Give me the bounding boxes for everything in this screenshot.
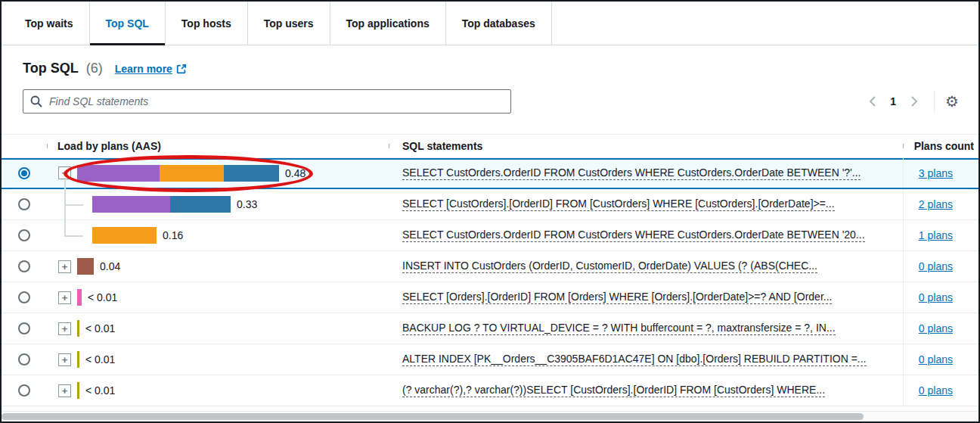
row-radio-selected[interactable] — [18, 167, 30, 179]
bar-segment-bar_orange — [92, 227, 157, 244]
sql-statement-link[interactable]: SELECT CustOrders.OrderID FROM CustOrder… — [402, 166, 861, 180]
tab-label: Top users — [264, 17, 314, 30]
table-header: Load by plans (AAS) SQL statements Plans… — [2, 134, 978, 158]
bar-segment-bar_blue — [170, 196, 231, 213]
tree-connector-child-2 — [64, 235, 83, 237]
tab-label: Top applications — [346, 17, 430, 30]
table-row[interactable]: +< 0.01SELECT [Orders].[OrderID] FROM [O… — [2, 282, 978, 313]
plans-count-link[interactable]: 0 plans — [919, 322, 953, 334]
load-value: < 0.01 — [85, 353, 115, 365]
sql-statement-link[interactable]: SELECT [Orders].[OrderID] FROM [Orders] … — [402, 291, 832, 304]
bar-segment-bar_pink — [77, 289, 82, 306]
column-header-load: Load by plans (AAS) — [47, 140, 389, 152]
load-value: < 0.01 — [85, 322, 115, 334]
page-title: Top SQL — [23, 61, 79, 76]
plans-count-link[interactable]: 2 plans — [919, 198, 953, 210]
table-row[interactable]: +< 0.01(? varchar(?),? varchar(?))SELECT… — [2, 375, 978, 406]
load-bar — [77, 382, 79, 399]
tab-top-users[interactable]: Top users — [248, 2, 330, 45]
sql-statement-link[interactable]: BACKUP LOG ? TO VIRTUAL_DEVICE = ? WITH … — [402, 322, 836, 335]
bar-segment-bar_purple — [77, 165, 160, 182]
row-radio[interactable] — [18, 291, 30, 303]
chevron-right-icon — [911, 96, 918, 107]
table-row[interactable]: −0.48SELECT CustOrders.OrderID FROM Cust… — [2, 158, 978, 189]
expand-toggle-icon[interactable]: + — [58, 291, 71, 304]
prev-page-button[interactable] — [863, 92, 881, 110]
pagination: 1 — [863, 91, 959, 112]
expand-toggle-icon[interactable]: + — [58, 353, 71, 366]
tab-top-hosts[interactable]: Top hosts — [166, 2, 248, 45]
sql-statement-link[interactable]: (? varchar(?),? varchar(?))SELECT [CustO… — [402, 384, 825, 397]
tab-top-sql[interactable]: Top SQL — [90, 2, 166, 45]
table-row[interactable]: 0.16SELECT CustOrders.OrderID FROM CustO… — [2, 220, 978, 251]
load-bar — [77, 289, 82, 306]
top-sql-panel: Top waits Top SQL Top hosts Top users To… — [0, 0, 980, 423]
load-bar — [92, 196, 231, 213]
plans-count-link[interactable]: 0 plans — [919, 384, 953, 397]
bar-segment-bar_olive — [77, 382, 79, 399]
table-row[interactable]: 0.33SELECT [CustOrders].[OrderID] FROM [… — [2, 189, 978, 220]
table-controls: 1 — [23, 89, 959, 114]
learn-more-label: Learn more — [115, 63, 172, 75]
load-bar — [77, 165, 279, 182]
search-box — [23, 89, 511, 114]
row-radio[interactable] — [18, 353, 30, 365]
plans-count-link[interactable]: 1 plans — [919, 229, 953, 241]
row-radio[interactable] — [18, 322, 30, 334]
load-bar — [77, 351, 79, 368]
tab-label: Top databases — [462, 17, 535, 30]
expand-toggle-icon[interactable]: + — [58, 260, 71, 273]
search-input[interactable] — [23, 89, 511, 114]
tab-top-databases[interactable]: Top databases — [446, 2, 552, 45]
top-sql-table: Load by plans (AAS) SQL statements Plans… — [2, 134, 978, 406]
tab-bar: Top waits Top SQL Top hosts Top users To… — [2, 2, 978, 45]
sql-statement-link[interactable]: INSERT INTO CustOrders (OrderID, Custome… — [402, 260, 817, 273]
bar-segment-bar_blue — [224, 165, 279, 182]
column-header-sql: SQL statements — [389, 140, 903, 152]
sql-statement-link[interactable]: ALTER INDEX [PK__Orders__C3905BAF6D1AC47… — [402, 353, 867, 366]
gear-icon[interactable] — [945, 94, 959, 109]
scrollbar-thumb[interactable] — [2, 413, 864, 420]
row-radio[interactable] — [18, 198, 30, 210]
load-value: < 0.01 — [88, 291, 117, 303]
load-bar — [92, 227, 157, 244]
table-row[interactable]: +< 0.01ALTER INDEX [PK__Orders__C3905BAF… — [2, 344, 978, 375]
horizontal-scrollbar — [2, 411, 978, 421]
tree-connector-child-1 — [64, 204, 83, 206]
tab-label: Top waits — [25, 17, 73, 30]
result-count: (6) — [86, 61, 103, 76]
column-header-plans: Plans count — [903, 140, 978, 152]
plans-count-link[interactable]: 0 plans — [919, 260, 953, 272]
learn-more-link[interactable]: Learn more — [115, 63, 187, 75]
tab-label: Top SQL — [106, 17, 149, 30]
load-bar — [77, 258, 94, 275]
sql-statement-link[interactable]: SELECT [CustOrders].[OrderID] FROM [Cust… — [402, 198, 835, 211]
panel-header: Top SQL (6) Learn more — [23, 61, 978, 79]
external-link-icon — [176, 64, 187, 74]
load-bar — [77, 320, 79, 337]
bar-segment-bar_orange — [160, 165, 224, 182]
tab-top-applications[interactable]: Top applications — [330, 2, 446, 45]
chevron-left-icon — [869, 96, 876, 107]
bar-segment-bar_olive — [77, 351, 79, 368]
expand-toggle-icon[interactable]: + — [58, 322, 71, 335]
table-row[interactable]: +0.04INSERT INTO CustOrders (OrderID, Cu… — [2, 251, 978, 282]
sql-statement-link[interactable]: SELECT CustOrders.OrderID FROM CustOrder… — [402, 229, 865, 242]
magnifier-icon — [30, 95, 42, 107]
plans-count-link[interactable]: 0 plans — [919, 291, 953, 303]
next-page-button[interactable] — [905, 92, 923, 110]
table-row[interactable]: +< 0.01BACKUP LOG ? TO VIRTUAL_DEVICE = … — [2, 313, 978, 344]
row-radio[interactable] — [18, 384, 30, 397]
divider — [934, 91, 935, 112]
row-radio[interactable] — [18, 260, 30, 272]
row-radio[interactable] — [18, 229, 30, 241]
tab-top-waits[interactable]: Top waits — [9, 2, 90, 45]
plans-count-link[interactable]: 0 plans — [919, 353, 953, 365]
collapse-toggle-icon[interactable]: − — [58, 166, 71, 179]
load-value: 0.16 — [163, 229, 183, 241]
tab-label: Top hosts — [181, 17, 231, 30]
bar-segment-bar_purple — [92, 196, 170, 213]
expand-toggle-icon[interactable]: + — [58, 384, 71, 397]
load-value: 0.33 — [237, 198, 257, 210]
plans-count-link[interactable]: 3 plans — [919, 167, 953, 179]
